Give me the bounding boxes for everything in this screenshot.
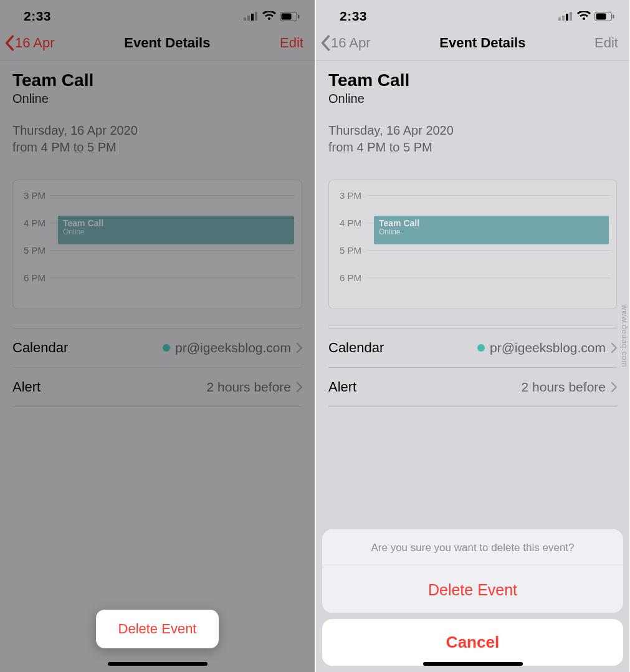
wifi-icon [262, 11, 276, 21]
action-sheet: Are you sure you want to delete this eve… [322, 529, 623, 666]
hour-row: 3 PM [335, 189, 610, 216]
svg-rect-8 [562, 16, 565, 21]
svg-rect-5 [282, 13, 292, 19]
wifi-icon [577, 11, 591, 21]
hour-row: 6 PM [19, 271, 295, 299]
status-time: 2:33 [24, 9, 51, 24]
status-bar: 2:33 [0, 0, 315, 27]
calendar-label: Calendar [12, 340, 68, 356]
svg-rect-2 [251, 14, 254, 21]
hour-row: 3 PM [19, 189, 295, 216]
home-indicator [108, 662, 208, 666]
nav-bar: 16 Apr Event Details Edit [0, 27, 315, 60]
signal-icon [244, 12, 259, 21]
calendar-value: pr@igeeksblog.com [175, 340, 291, 355]
back-button[interactable]: 16 Apr [320, 35, 371, 51]
calendar-label: Calendar [328, 340, 384, 356]
signal-icon [558, 12, 573, 21]
svg-rect-9 [566, 14, 568, 21]
chevron-left-icon [320, 35, 331, 51]
svg-rect-7 [558, 17, 561, 21]
calendar-color-dot [163, 344, 170, 352]
timeline: 3 PM 4 PM 5 PM 6 PM Team Call Online [12, 180, 302, 309]
svg-rect-12 [596, 13, 606, 19]
status-icons [558, 11, 618, 21]
slot-subtitle: Online [379, 228, 604, 237]
event-location: Online [328, 92, 617, 106]
chevron-right-icon [611, 342, 617, 353]
alert-label: Alert [12, 379, 41, 395]
event-date: Thursday, 16 Apr 2020 [12, 123, 302, 138]
slot-title: Team Call [379, 218, 604, 228]
timeline: 3 PM 4 PM 5 PM 6 PM Team Call Online [328, 180, 617, 309]
phone-screenshot-left: 2:33 16 Apr Event Details Edit Team Call… [0, 0, 315, 672]
alert-label: Alert [328, 379, 356, 395]
slot-subtitle: Online [63, 228, 289, 237]
calendar-row[interactable]: Calendar pr@igeeksblog.com [328, 328, 617, 367]
battery-icon [594, 12, 614, 21]
status-icons [244, 11, 303, 21]
hour-row: 5 PM [19, 244, 295, 271]
event-time-range: from 4 PM to 5 PM [12, 140, 302, 155]
back-label: 16 Apr [331, 35, 371, 51]
back-button[interactable]: 16 Apr [4, 35, 55, 51]
svg-rect-1 [247, 16, 250, 21]
calendar-color-dot [477, 344, 485, 352]
chevron-left-icon [4, 35, 15, 51]
status-time: 2:33 [340, 9, 367, 24]
alert-row[interactable]: Alert 2 hours before [12, 367, 302, 406]
event-time-range: from 4 PM to 5 PM [328, 140, 617, 155]
edit-button[interactable]: Edit [280, 35, 303, 51]
status-bar: 2:33 [316, 0, 629, 27]
svg-rect-13 [613, 14, 614, 18]
alert-value: 2 hours before [522, 380, 606, 395]
action-sheet-delete-button[interactable]: Delete Event [322, 567, 623, 613]
event-title: Team Call [12, 70, 302, 90]
nav-title: Event Details [124, 35, 210, 51]
calendar-row[interactable]: Calendar pr@igeeksblog.com [12, 328, 302, 367]
event-location: Online [12, 92, 302, 106]
chevron-right-icon [296, 382, 302, 393]
event-slot[interactable]: Team Call Online [374, 216, 609, 244]
chevron-right-icon [296, 342, 302, 353]
action-sheet-message: Are you sure you want to delete this eve… [322, 529, 623, 567]
svg-rect-6 [298, 14, 300, 18]
svg-rect-0 [244, 17, 246, 21]
home-indicator [423, 662, 523, 666]
delete-event-button[interactable]: Delete Event [96, 610, 219, 648]
slot-title: Team Call [63, 218, 289, 228]
watermark: www.deuaq.com [620, 304, 629, 367]
edit-button[interactable]: Edit [594, 35, 618, 51]
nav-title: Event Details [439, 35, 525, 51]
back-label: 16 Apr [15, 35, 55, 51]
calendar-value: pr@igeeksblog.com [490, 340, 606, 355]
alert-row[interactable]: Alert 2 hours before [328, 367, 617, 406]
event-slot[interactable]: Team Call Online [58, 216, 294, 244]
battery-icon [280, 12, 300, 21]
svg-rect-3 [255, 12, 257, 21]
phone-screenshot-right: 2:33 16 Apr Event Details Edit Team Call… [315, 0, 629, 672]
nav-bar: 16 Apr Event Details Edit [316, 27, 629, 60]
svg-rect-10 [570, 12, 572, 21]
hour-row: 5 PM [335, 244, 610, 271]
action-sheet-cancel-button[interactable]: Cancel [322, 619, 623, 666]
hour-row: 6 PM [335, 271, 610, 299]
chevron-right-icon [611, 382, 617, 393]
event-date: Thursday, 16 Apr 2020 [328, 123, 617, 138]
event-title: Team Call [328, 70, 617, 90]
alert-value: 2 hours before [207, 380, 291, 395]
